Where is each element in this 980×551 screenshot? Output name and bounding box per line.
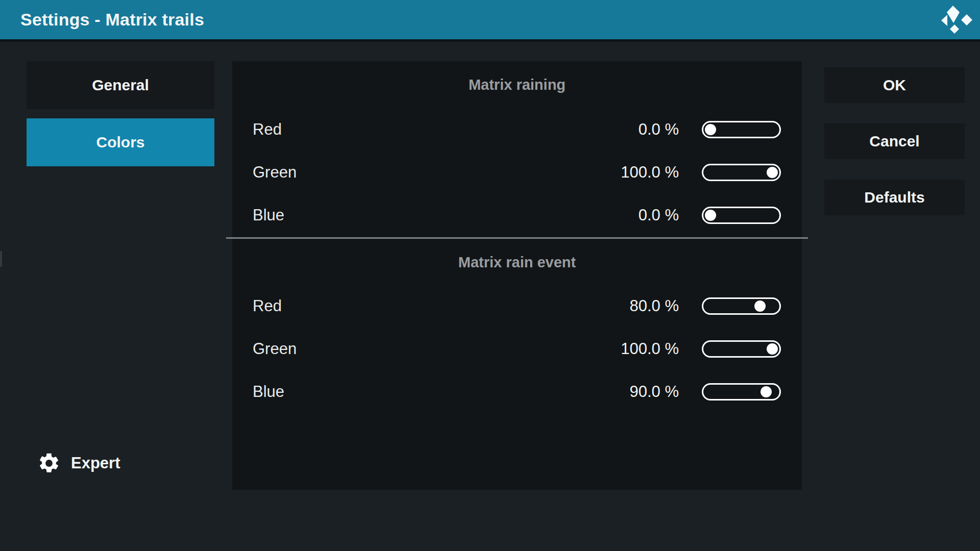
settings-category-sidebar: General Colors <box>27 61 214 166</box>
sidebar-item-colors[interactable]: Colors <box>27 118 214 166</box>
setting-label: Green <box>253 340 297 358</box>
setting-label: Red <box>253 297 282 315</box>
setting-row-blue: Blue 0.0 % <box>232 194 802 237</box>
setting-label: Red <box>253 120 282 139</box>
setting-row-red: Red 0.0 % <box>232 108 802 151</box>
settings-level-toggle[interactable]: Expert <box>37 449 120 478</box>
defaults-button-label: Defaults <box>864 189 924 206</box>
setting-row-green: Green 100.0 % <box>232 328 802 370</box>
setting-row-green: Green 100.0 % <box>232 151 802 194</box>
setting-value: 80.0 % <box>629 297 679 315</box>
slider-knob[interactable] <box>767 343 778 355</box>
green-slider[interactable] <box>702 164 781 181</box>
left-edge-scroll-indicator <box>0 251 2 267</box>
red-slider[interactable] <box>702 297 781 315</box>
setting-label: Green <box>253 163 297 182</box>
setting-value: 90.0 % <box>629 383 679 401</box>
section-rows: Red 80.0 % Green 100.0 % Blue 90.0 % <box>232 285 802 413</box>
section-rows: Red 0.0 % Green 100.0 % Blue 0.0 % <box>232 108 802 237</box>
gear-icon <box>37 452 61 475</box>
blue-slider[interactable] <box>702 207 781 224</box>
setting-value: 0.0 % <box>639 120 679 139</box>
section-title-matrix-rain-event: Matrix rain event <box>232 251 802 273</box>
cancel-button[interactable]: Cancel <box>824 123 965 159</box>
cancel-button-label: Cancel <box>869 133 919 150</box>
ok-button[interactable]: OK <box>824 67 965 103</box>
red-slider[interactable] <box>702 121 781 138</box>
page-title: Settings - Matrix trails <box>20 10 204 30</box>
setting-row-blue: Blue 90.0 % <box>232 370 802 413</box>
section-divider <box>226 237 808 239</box>
ok-button-label: OK <box>883 77 906 94</box>
setting-value: 0.0 % <box>639 206 679 224</box>
slider-knob[interactable] <box>705 124 716 135</box>
sidebar-item-label: Colors <box>96 134 144 151</box>
setting-label: Blue <box>253 206 284 224</box>
title-bar: Settings - Matrix trails <box>0 0 980 42</box>
defaults-button[interactable]: Defaults <box>824 180 965 215</box>
kodi-logo-icon <box>933 2 979 42</box>
slider-knob[interactable] <box>761 386 772 397</box>
sidebar-item-general[interactable]: General <box>27 61 214 109</box>
setting-value: 100.0 % <box>621 340 679 358</box>
slider-knob[interactable] <box>754 300 766 312</box>
setting-row-red: Red 80.0 % <box>232 285 802 328</box>
green-slider[interactable] <box>702 340 781 358</box>
sidebar-item-label: General <box>92 77 149 94</box>
slider-knob[interactable] <box>705 210 716 221</box>
settings-panel: Matrix raining Red 0.0 % Green 100.0 % B… <box>232 61 802 490</box>
dialog-actions: OK Cancel Defaults <box>824 67 965 215</box>
blue-slider[interactable] <box>702 383 781 400</box>
section-title-matrix-raining: Matrix raining <box>232 72 802 97</box>
setting-value: 100.0 % <box>621 163 679 182</box>
setting-label: Blue <box>253 383 284 401</box>
settings-level-label: Expert <box>71 454 120 472</box>
slider-knob[interactable] <box>767 167 778 178</box>
